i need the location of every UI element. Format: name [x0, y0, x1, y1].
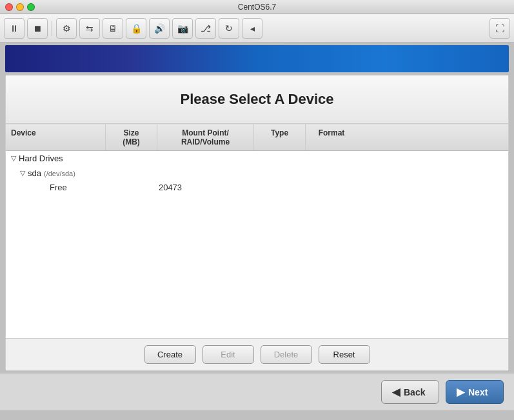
- next-button[interactable]: ▶ Next: [446, 380, 504, 404]
- group-label: Hard Drives: [19, 154, 63, 163]
- lock-button[interactable]: 🔒: [126, 18, 146, 39]
- edit-button[interactable]: Edit: [203, 345, 254, 364]
- col-format: Format: [306, 125, 357, 150]
- col-type: Type: [254, 125, 306, 150]
- table-body: ▽ Hard Drives ▽ sda (/dev/sda) Free 2047…: [6, 151, 508, 338]
- back-button[interactable]: ◀ Back: [381, 380, 439, 404]
- main-area: Please Select A Device Device Size(MB) M…: [5, 75, 509, 371]
- partition-mount: [196, 186, 293, 190]
- close-button[interactable]: [5, 3, 13, 11]
- partition-free[interactable]: Free 20473: [6, 181, 508, 194]
- code-button[interactable]: ⇆: [79, 18, 100, 39]
- banner: [5, 45, 509, 72]
- audio-button[interactable]: 🔊: [149, 18, 170, 39]
- minimize-button[interactable]: [16, 3, 24, 11]
- usb-button[interactable]: ⎇: [195, 18, 216, 39]
- delete-button[interactable]: Delete: [261, 345, 312, 364]
- window-title: CentOS6.7: [238, 3, 276, 12]
- title-bar: CentOS6.7: [0, 0, 514, 14]
- expand-icon: ▽: [11, 154, 16, 163]
- device-path: (/dev/sda): [44, 170, 75, 177]
- col-size: Size(MB): [106, 125, 157, 150]
- screenshot-button[interactable]: 🖥: [103, 18, 123, 39]
- arrow-button[interactable]: ◂: [242, 18, 262, 39]
- window-controls[interactable]: [5, 3, 35, 11]
- device-sda[interactable]: ▽ sda (/dev/sda): [6, 166, 508, 181]
- maximize-button[interactable]: [27, 3, 35, 11]
- device-table: Device Size(MB) Mount Point/RAID/Volume …: [6, 124, 508, 338]
- camera-button[interactable]: 📷: [172, 18, 193, 39]
- stop-button[interactable]: ⏹: [27, 18, 48, 39]
- reset-button[interactable]: Reset: [319, 345, 370, 364]
- nav-bar: ◀ Back ▶ Next: [0, 374, 514, 410]
- expand-icon-sda: ▽: [20, 169, 25, 177]
- device-name: sda: [28, 168, 41, 178]
- back-arrow-icon: ◀: [392, 386, 400, 398]
- refresh-button[interactable]: ↻: [219, 18, 239, 39]
- partition-size: 20473: [144, 181, 196, 194]
- toolbar: ⏸ ⏹ ⚙ ⇆ 🖥 🔒 🔊 📷 ⎇ ↻ ◂ ⛶: [0, 14, 514, 43]
- group-hard-drives[interactable]: ▽ Hard Drives: [6, 151, 508, 166]
- pause-button[interactable]: ⏸: [4, 18, 25, 39]
- back-label: Back: [404, 387, 425, 397]
- col-mount: Mount Point/RAID/Volume: [157, 125, 254, 150]
- next-label: Next: [468, 387, 488, 397]
- partition-type: [293, 186, 344, 190]
- fullscreen-button[interactable]: ⛶: [489, 18, 510, 39]
- create-button[interactable]: Create: [144, 345, 196, 364]
- toolbar-separator-1: [52, 21, 52, 36]
- next-arrow-icon: ▶: [457, 386, 464, 398]
- col-device: Device: [6, 125, 106, 150]
- partition-format: [344, 186, 396, 190]
- table-header: Device Size(MB) Mount Point/RAID/Volume …: [6, 125, 508, 151]
- action-bar: Create Edit Delete Reset: [6, 338, 508, 370]
- partition-name: Free: [44, 181, 144, 194]
- page-header: Please Select A Device: [6, 75, 508, 124]
- settings-button[interactable]: ⚙: [56, 18, 77, 39]
- page-title: Please Select A Device: [16, 91, 498, 108]
